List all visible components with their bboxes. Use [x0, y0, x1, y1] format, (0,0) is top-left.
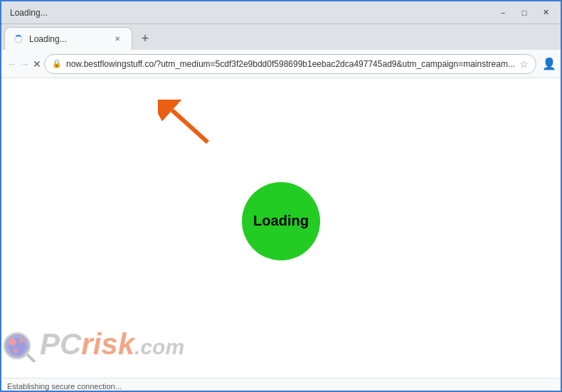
tab-favicon — [14, 34, 23, 44]
svg-point-2 — [4, 334, 30, 359]
maximize-button[interactable]: □ — [515, 5, 534, 21]
svg-point-3 — [9, 338, 26, 355]
svg-point-8 — [4, 333, 30, 359]
browser-tab-active[interactable]: Loading... ✕ — [4, 27, 132, 50]
loading-circle: Loading — [242, 182, 320, 260]
com-text: .com — [134, 335, 184, 359]
pcrisk-text: PC risk .com — [40, 327, 184, 361]
back-icon: ← — [7, 58, 17, 70]
minimize-button[interactable]: − — [494, 5, 512, 21]
svg-point-6 — [14, 349, 18, 353]
pcrisk-logo-icon — [1, 327, 37, 362]
back-button[interactable]: ← — [7, 54, 17, 74]
window-titlebar: Loading... − □ ✕ — [1, 1, 561, 24]
svg-line-7 — [26, 354, 34, 361]
tab-close-button[interactable]: ✕ — [112, 33, 123, 45]
tab-title: Loading... — [29, 34, 106, 44]
tab-bar: Loading... ✕ + — [1, 24, 561, 50]
arrow-annotation — [158, 100, 215, 142]
address-bar[interactable]: 🔒 now.bestflowingstuff.co/?utm_medium=5c… — [44, 54, 536, 74]
url-text: now.bestflowingstuff.co/?utm_medium=5cdf… — [66, 59, 515, 69]
status-text: Establishing secure connection... — [7, 382, 122, 391]
risk-text: risk — [81, 327, 134, 361]
reload-icon: ✕ — [33, 58, 41, 70]
svg-point-4 — [9, 339, 16, 346]
navigation-bar: ← → ✕ 🔒 now.bestflowingstuff.co/?utm_med… — [1, 50, 561, 78]
profile-icon: 👤 — [542, 57, 556, 70]
forward-icon: → — [20, 58, 30, 70]
forward-button[interactable]: → — [20, 54, 30, 74]
reload-button[interactable]: ✕ — [33, 54, 41, 74]
new-tab-button[interactable]: + — [135, 28, 155, 48]
pc-text: PC — [40, 327, 81, 361]
arrow-svg — [158, 100, 215, 149]
tab-title-text: Loading... — [10, 8, 48, 18]
window-controls: − □ ✕ — [494, 5, 555, 21]
tab-loading-spinner — [14, 35, 23, 43]
bookmark-star-icon[interactable]: ☆ — [519, 58, 529, 70]
profile-button[interactable]: 👤 — [539, 54, 559, 74]
nav-right-buttons: 👤 ⋮ — [539, 54, 562, 74]
lock-icon: 🔒 — [52, 59, 62, 68]
window-close-button[interactable]: ✕ — [536, 5, 555, 21]
pcrisk-watermark: PC risk .com — [1, 327, 184, 362]
pcrisk-logo: PC risk .com — [1, 327, 184, 362]
status-bar: Establishing secure connection... — [1, 378, 561, 392]
svg-point-5 — [19, 339, 23, 343]
svg-line-1 — [172, 110, 208, 142]
loading-text: Loading — [253, 213, 309, 229]
window-title: Loading... — [10, 8, 48, 18]
page-content: Loading PC risk .com — [1, 78, 561, 378]
